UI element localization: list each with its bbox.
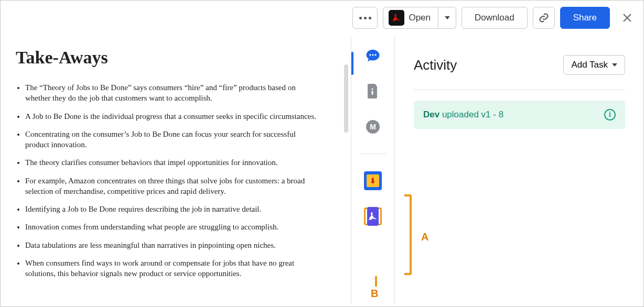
panel-header: Activity Add Task (414, 55, 625, 75)
list-item: Innovation comes from understanding what… (25, 222, 319, 232)
svg-text:M: M (370, 123, 376, 131)
add-task-label: Add Task (571, 60, 608, 70)
svg-point-0 (369, 54, 371, 56)
download-label: Download (475, 13, 514, 23)
annotation-label-b: B (371, 288, 378, 300)
rail-app-acrobat[interactable] (364, 207, 382, 225)
open-label: Open (409, 13, 431, 23)
download-app-icon: ⬇ (364, 171, 382, 190)
document-preview: Take-Aways The “Theory of Jobs to Be Don… (1, 37, 347, 304)
panel-divider (414, 90, 625, 90)
add-task-button[interactable]: Add Task (563, 55, 625, 75)
adobe-acrobat-icon (389, 10, 404, 26)
comment-icon (365, 48, 381, 63)
copy-link-button[interactable] (533, 7, 555, 29)
svg-point-2 (374, 54, 376, 56)
document-scrollbar[interactable] (344, 39, 348, 301)
close-button[interactable] (619, 10, 635, 26)
rail-details-tab[interactable] (364, 82, 382, 100)
svg-point-3 (371, 88, 373, 90)
document-info-icon (367, 84, 379, 98)
m-circle-icon: M (366, 119, 380, 134)
panel-title: Activity (414, 57, 457, 73)
download-button[interactable]: Download (461, 7, 528, 29)
activity-entry[interactable]: Dev uploaded v1 - 8 i (414, 101, 625, 129)
download-arrow-glyph: ⬇ (370, 177, 376, 185)
share-button[interactable]: Share (560, 7, 610, 29)
activity-user: Dev (423, 109, 439, 119)
info-icon[interactable]: i (604, 109, 616, 120)
open-dropdown-button[interactable] (438, 7, 456, 29)
list-item: Concentrating on the consumer’s Job to B… (25, 129, 319, 150)
rail-app-download[interactable]: ⬇ (364, 172, 382, 190)
chevron-down-icon (612, 63, 617, 67)
link-icon (539, 13, 549, 23)
open-button-group: Open (383, 7, 456, 29)
activity-text: Dev uploaded v1 - 8 (423, 109, 503, 120)
rail-metadata-tab[interactable]: M (364, 118, 382, 136)
list-item: For example, Amazon concentrates on thre… (25, 176, 319, 197)
activity-panel: Activity Add Task Dev uploaded v1 - 8 i (395, 37, 643, 304)
chevron-down-icon (445, 16, 450, 19)
side-rail: M ⬇ (351, 37, 395, 304)
list-item: Data tabulations are less meaningful tha… (25, 240, 319, 250)
top-toolbar: Open Download Share (352, 7, 635, 29)
list-item: Identifying a Job to Be Done requires de… (25, 204, 319, 214)
rail-activity-tab[interactable] (364, 47, 382, 64)
svg-rect-4 (372, 91, 373, 95)
activity-message: uploaded v1 - 8 (439, 109, 503, 119)
list-item: When consumers find ways to work around … (25, 258, 319, 279)
list-item: The “Theory of Jobs to Be Done” says con… (25, 82, 319, 104)
close-icon (622, 13, 632, 23)
document-title: Take-Aways (16, 48, 326, 68)
rail-divider (360, 154, 385, 154)
open-button[interactable]: Open (383, 7, 438, 29)
scrollbar-thumb[interactable] (344, 64, 348, 133)
more-options-button[interactable] (352, 7, 378, 29)
acrobat-app-icon (367, 207, 379, 226)
active-tab-indicator (351, 52, 353, 75)
document-bullet-list: The “Theory of Jobs to Be Done” says con… (16, 82, 326, 279)
list-item: The theory clarifies consumer behaviors … (25, 157, 319, 168)
ellipsis-icon (359, 17, 371, 19)
list-item: A Job to Be Done is the individual progr… (25, 111, 319, 122)
svg-point-1 (372, 54, 373, 56)
window-frame: Open Download Share Take-Aways The “Theo… (0, 0, 644, 307)
annotation-b-connector (375, 276, 377, 287)
share-label: Share (573, 13, 597, 23)
